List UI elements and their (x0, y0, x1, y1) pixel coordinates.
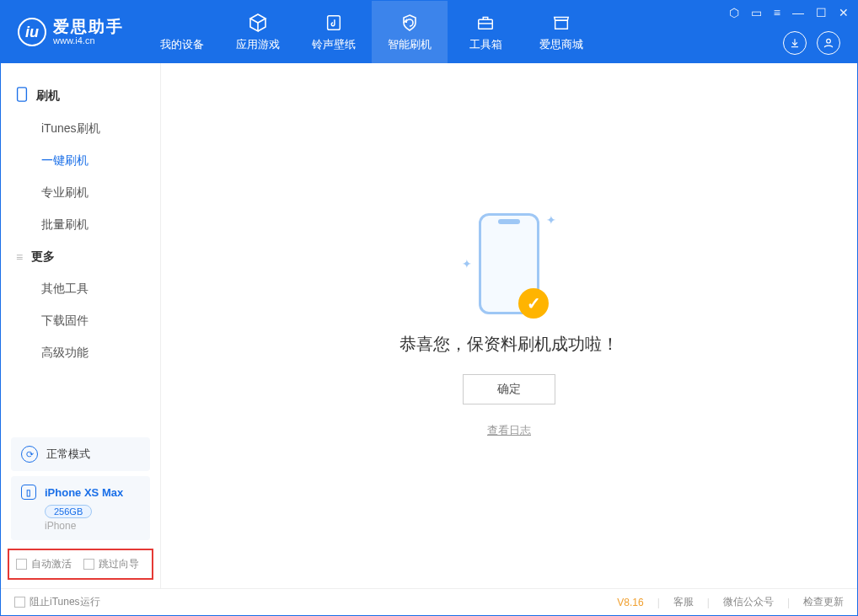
checkbox-label: 自动激活 (31, 557, 72, 571)
ok-button[interactable]: 确定 (463, 374, 555, 404)
checkbox-auto-activate[interactable]: 自动激活 (16, 557, 72, 571)
version-label: V8.16 (617, 597, 643, 608)
tab-label: 铃声壁纸 (312, 37, 356, 52)
mode-label: 正常模式 (46, 447, 90, 462)
divider: | (707, 597, 710, 608)
nav-tabs: 我的设备 应用游戏 铃声壁纸 智能刷机 工具箱 爱思商城 (144, 1, 599, 63)
list-icon: ≡ (16, 250, 23, 264)
app-window: iu 爱思助手 www.i4.cn 我的设备 应用游戏 铃声壁纸 智能刷机 (0, 0, 858, 616)
header-action-buttons (783, 31, 840, 55)
logo-icon: iu (18, 18, 46, 46)
tab-label: 智能刷机 (388, 37, 432, 52)
checkbox-icon (83, 559, 94, 570)
tab-label: 我的设备 (160, 37, 204, 52)
device-card-header: ▯ iPhone XS Max (21, 485, 140, 500)
tab-apps-games[interactable]: 应用游戏 (220, 1, 296, 63)
tab-ringtones-wallpapers[interactable]: 铃声壁纸 (296, 1, 372, 63)
checkbox-label: 跳过向导 (99, 557, 139, 571)
sidebar: 刷机 iTunes刷机 一键刷机 专业刷机 批量刷机 ≡ 更多 其他工具 下载固… (1, 63, 161, 588)
mode-card[interactable]: ⟳ 正常模式 (11, 437, 150, 471)
statusbar: 阻止iTunes运行 V8.16 | 客服 | 微信公众号 | 检查更新 (1, 588, 857, 615)
download-button[interactable] (783, 31, 807, 55)
sidebar-item-batch-flash[interactable]: 批量刷机 (1, 209, 160, 241)
tab-label: 工具箱 (469, 37, 502, 52)
close-button[interactable]: ✕ (839, 6, 849, 19)
success-message: 恭喜您，保资料刷机成功啦！ (400, 333, 619, 356)
tab-store[interactable]: 爱思商城 (523, 1, 599, 63)
menu-icon[interactable]: ≡ (774, 6, 780, 19)
tab-smart-flash[interactable]: 智能刷机 (372, 1, 448, 63)
device-card[interactable]: ▯ iPhone XS Max 256GB iPhone (11, 476, 150, 540)
sidebar-item-pro-flash[interactable]: 专业刷机 (1, 177, 160, 209)
sparkle-icon: ✦ (462, 257, 472, 271)
device-name: iPhone XS Max (45, 486, 123, 499)
svg-rect-0 (328, 16, 341, 30)
window-icon[interactable]: ▭ (751, 6, 762, 19)
check-badge-icon: ✓ (518, 288, 549, 319)
mode-icon: ⟳ (21, 446, 38, 463)
sparkle-icon: ✦ (546, 213, 556, 227)
toolbox-icon (475, 12, 496, 34)
svg-rect-1 (479, 19, 493, 29)
main-content: ✦ ✓ ✦ 恭喜您，保资料刷机成功啦！ 确定 查看日志 (161, 63, 857, 588)
maximize-button[interactable]: ☐ (816, 6, 827, 19)
sidebar-item-advanced[interactable]: 高级功能 (1, 337, 160, 369)
tab-my-device[interactable]: 我的设备 (144, 1, 220, 63)
user-button[interactable] (817, 31, 840, 55)
logo-text: 爱思助手 www.i4.cn (53, 19, 124, 46)
side-device-area: ⟳ 正常模式 ▯ iPhone XS Max 256GB iPhone 自动激活… (1, 432, 160, 588)
svg-point-2 (827, 39, 831, 43)
cube-icon (247, 12, 269, 34)
minimize-button[interactable]: ― (792, 6, 804, 19)
tab-toolbox[interactable]: 工具箱 (448, 1, 523, 63)
checkbox-label: 阻止iTunes运行 (29, 595, 100, 609)
svg-rect-3 (18, 88, 27, 101)
sidebar-item-other-tools[interactable]: 其他工具 (1, 273, 160, 305)
tab-label: 爱思商城 (539, 37, 583, 52)
shirt-icon[interactable]: ⬡ (729, 6, 739, 19)
success-illustration: ✦ ✓ ✦ (462, 213, 556, 314)
sidebar-item-download-firmware[interactable]: 下载固件 (1, 305, 160, 337)
body-area: 刷机 iTunes刷机 一键刷机 专业刷机 批量刷机 ≡ 更多 其他工具 下载固… (1, 63, 857, 588)
check-update-link[interactable]: 检查更新 (803, 595, 844, 609)
phone-notch (498, 219, 520, 224)
checkbox-icon (16, 559, 27, 570)
statusbar-right: V8.16 | 客服 | 微信公众号 | 检查更新 (617, 595, 844, 609)
sidebar-section-more: ≡ 更多 (1, 241, 160, 273)
checkbox-skip-guide[interactable]: 跳过向导 (83, 557, 139, 571)
window-controls: ⬡ ▭ ≡ ― ☐ ✕ (729, 6, 849, 19)
device-phone-icon: ▯ (21, 485, 36, 500)
sidebar-item-oneclick-flash[interactable]: 一键刷机 (1, 145, 160, 177)
checkbox-icon (14, 597, 25, 608)
sidebar-item-itunes-flash[interactable]: iTunes刷机 (1, 113, 160, 145)
section-title: 更多 (31, 249, 55, 265)
phone-icon (16, 87, 28, 104)
flash-options-row: 自动激活 跳过向导 (8, 549, 153, 580)
music-note-icon (323, 12, 345, 34)
device-capacity-badge: 256GB (45, 505, 92, 518)
logo-area: iu 爱思助手 www.i4.cn (1, 1, 144, 63)
sidebar-section-flash: 刷机 (1, 78, 160, 113)
device-icon (171, 12, 193, 34)
view-log-link[interactable]: 查看日志 (487, 423, 531, 438)
divider: | (657, 597, 660, 608)
checkbox-stop-itunes[interactable]: 阻止iTunes运行 (14, 595, 100, 609)
divider: | (787, 597, 790, 608)
phone-illustration: ✓ (479, 213, 539, 314)
device-type: iPhone (45, 520, 140, 532)
app-url: www.i4.cn (53, 35, 124, 46)
tab-label: 应用游戏 (236, 37, 280, 52)
customer-service-link[interactable]: 客服 (673, 595, 694, 609)
app-name: 爱思助手 (53, 19, 124, 36)
section-title: 刷机 (36, 88, 60, 104)
side-nav: 刷机 iTunes刷机 一键刷机 专业刷机 批量刷机 ≡ 更多 其他工具 下载固… (1, 63, 160, 432)
wechat-link[interactable]: 微信公众号 (723, 595, 774, 609)
store-icon (550, 12, 572, 34)
titlebar: iu 爱思助手 www.i4.cn 我的设备 应用游戏 铃声壁纸 智能刷机 (1, 1, 857, 63)
refresh-shield-icon (399, 12, 421, 34)
